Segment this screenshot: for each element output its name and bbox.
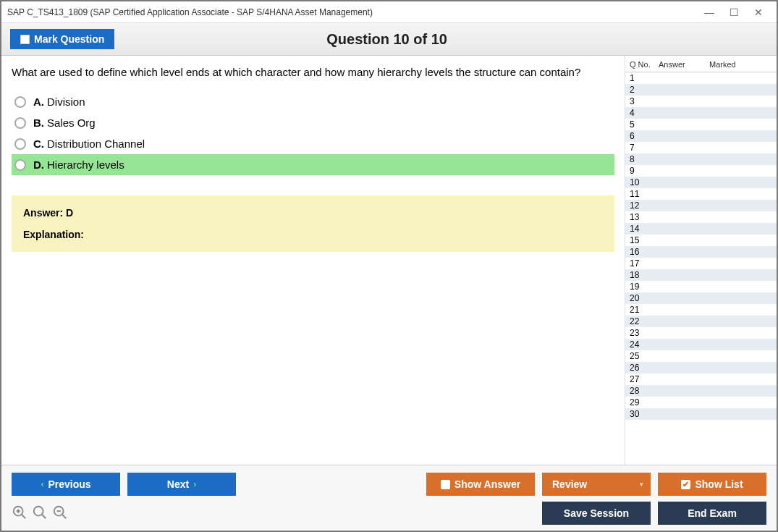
option-text: Sales Org [47,117,96,129]
list-item[interactable]: 18 [625,269,777,281]
qnum: 14 [630,224,659,234]
show-list-button[interactable]: ✔ Show List [658,473,766,496]
qnum: 2 [630,85,659,95]
titlebar: SAP C_TS413_1809 (SAP Certified Applicat… [1,1,777,23]
next-button[interactable]: Next › [127,473,236,496]
qnum: 19 [630,282,659,292]
list-item[interactable]: 26 [625,362,777,373]
list-item[interactable]: 4 [625,107,777,119]
close-icon[interactable]: ✕ [753,7,764,17]
option-c[interactable]: C. Distribution Channel [12,133,614,154]
radio-icon [14,96,26,108]
list-item[interactable]: 11 [625,188,777,200]
qnum: 1 [630,73,659,83]
zoom-reset-icon[interactable] [32,504,48,523]
svg-line-5 [42,514,46,518]
end-exam-label: End Exam [688,507,737,519]
list-item[interactable]: 25 [625,350,777,362]
svg-point-4 [34,506,43,515]
list-item[interactable]: 20 [625,292,777,304]
option-letter: D. [33,159,44,171]
list-item[interactable]: 21 [625,304,777,316]
previous-button[interactable]: ‹ Previous [12,473,120,496]
list-item[interactable]: 16 [625,246,777,258]
option-text: Distribution Channel [47,138,145,150]
list-item[interactable]: 2 [625,84,777,96]
footer-row-2: Save Session End Exam [12,502,766,525]
qnum: 17 [630,258,659,269]
list-item[interactable]: 13 [625,211,777,223]
qnum: 30 [630,409,659,419]
mark-question-button[interactable]: Mark Question [10,29,114,49]
qnum: 13 [630,212,659,222]
zoom-in-icon[interactable] [12,504,28,523]
qnum: 4 [630,108,659,118]
col-answer: Answer [659,60,709,69]
answer-box: Answer: D Explanation: [12,195,614,252]
list-item[interactable]: 12 [625,200,777,211]
question-counter: Question 10 of 10 [114,31,659,48]
option-d[interactable]: D. Hierarchy levels [12,154,614,175]
question-list[interactable]: 1234567891011121314151617181920212223242… [625,72,777,465]
main-panel: What are used to define which level ends… [1,56,625,465]
radio-icon [14,138,26,150]
col-qno: Q No. [630,60,659,69]
list-item[interactable]: 6 [625,130,777,142]
option-letter: A. [33,96,44,108]
review-button[interactable]: Review ▾ [542,473,651,496]
list-item[interactable]: 30 [625,408,777,420]
svg-line-7 [62,514,67,518]
qnum: 15 [630,235,659,245]
minimize-icon[interactable]: — [704,7,714,17]
option-a[interactable]: A. Division [12,91,614,112]
window-title: SAP C_TS413_1809 (SAP Certified Applicat… [7,7,704,17]
option-text: Hierarchy levels [47,159,124,171]
qnum: 11 [630,189,659,199]
list-item[interactable]: 8 [625,153,777,165]
zoom-out-icon[interactable] [52,504,68,523]
list-item[interactable]: 9 [625,165,777,177]
qnum: 23 [630,328,659,338]
question-list-header: Q No. Answer Marked [625,56,777,72]
explanation-label: Explanation: [23,229,603,240]
list-item[interactable]: 3 [625,96,777,107]
show-answer-button[interactable]: Show Answer [426,473,535,496]
list-item[interactable]: 19 [625,281,777,292]
question-list-panel: Q No. Answer Marked 12345678910111213141… [625,56,777,465]
window-controls: — ☐ ✕ [704,7,771,17]
show-list-checkbox-icon: ✔ [681,480,690,489]
answer-label: Answer: D [23,207,603,219]
qnum: 22 [630,316,659,326]
list-item[interactable]: 17 [625,258,777,269]
list-item[interactable]: 27 [625,373,777,385]
chevron-left-icon: ‹ [41,479,43,489]
next-label: Next [167,478,189,490]
qnum: 8 [630,154,659,164]
qnum: 24 [630,339,659,350]
list-item[interactable]: 24 [625,339,777,350]
previous-label: Previous [48,478,90,490]
list-item[interactable]: 10 [625,177,777,188]
qnum: 29 [630,397,659,408]
qnum: 21 [630,305,659,315]
chevron-down-icon: ▾ [640,481,651,488]
body-area: What are used to define which level ends… [1,56,777,465]
list-item[interactable]: 22 [625,316,777,327]
save-session-button[interactable]: Save Session [542,502,651,525]
list-item[interactable]: 5 [625,119,777,130]
option-b[interactable]: B. Sales Org [12,112,614,133]
list-item[interactable]: 1 [625,72,777,84]
qnum: 16 [630,247,659,257]
list-item[interactable]: 15 [625,235,777,246]
qnum: 6 [630,131,659,141]
end-exam-button[interactable]: End Exam [658,502,766,525]
list-item[interactable]: 29 [625,397,777,408]
maximize-icon[interactable]: ☐ [729,7,739,17]
list-item[interactable]: 23 [625,327,777,339]
option-letter: B. [33,117,44,129]
option-letter: C. [33,138,44,150]
show-list-label: Show List [695,478,743,490]
list-item[interactable]: 28 [625,385,777,397]
list-item[interactable]: 14 [625,223,777,235]
list-item[interactable]: 7 [625,142,777,153]
